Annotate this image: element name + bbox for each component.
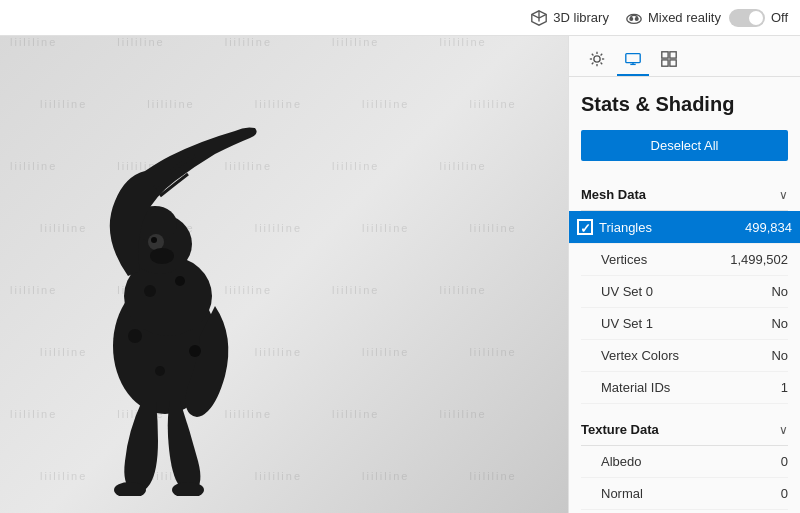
panel-tabs bbox=[569, 36, 800, 77]
material-ids-label: Material IDs bbox=[601, 380, 670, 395]
library-label: 3D library bbox=[553, 10, 609, 25]
svg-line-25 bbox=[592, 63, 594, 65]
vertex-colors-row: Vertex Colors No bbox=[581, 340, 788, 372]
svg-line-24 bbox=[601, 54, 603, 56]
svg-point-7 bbox=[144, 285, 156, 297]
uvset1-row: UV Set 1 No bbox=[581, 308, 788, 340]
svg-rect-30 bbox=[670, 52, 676, 58]
vertices-row: Vertices 1,499,502 bbox=[581, 244, 788, 276]
vertices-value: 1,499,502 bbox=[730, 252, 788, 267]
toggle-label: Off bbox=[771, 10, 788, 25]
mixed-reality-icon bbox=[625, 9, 643, 27]
texture-data-title: Texture Data bbox=[581, 422, 659, 437]
material-ids-row: Material IDs 1 bbox=[581, 372, 788, 404]
toggle-knob bbox=[749, 11, 763, 25]
toggle-switch[interactable] bbox=[729, 9, 765, 27]
texture-data-section: Texture Data ∨ Albedo 0 Normal 0 bbox=[581, 412, 788, 510]
svg-point-10 bbox=[189, 345, 201, 357]
triangles-text: Triangles bbox=[599, 220, 652, 235]
tab-grid[interactable] bbox=[653, 44, 685, 76]
mesh-data-header[interactable]: Mesh Data ∨ bbox=[581, 177, 788, 211]
triangles-value: 499,834 bbox=[745, 220, 792, 235]
tab-sun[interactable] bbox=[581, 44, 613, 76]
svg-point-11 bbox=[155, 366, 165, 376]
material-ids-value: 1 bbox=[781, 380, 788, 395]
vertex-colors-label: Vertex Colors bbox=[601, 348, 679, 363]
mesh-data-chevron: ∨ bbox=[779, 188, 788, 202]
svg-rect-31 bbox=[662, 60, 668, 66]
svg-point-2 bbox=[635, 17, 638, 20]
main-content: liililineliililineliililineliililineliil… bbox=[0, 36, 800, 513]
mixed-reality-toggle[interactable]: Off bbox=[729, 9, 788, 27]
svg-point-14 bbox=[150, 248, 174, 264]
svg-line-22 bbox=[592, 54, 594, 56]
normal-value: 0 bbox=[781, 486, 788, 501]
panel-title: Stats & Shading bbox=[581, 93, 788, 116]
character-model bbox=[60, 116, 280, 476]
right-panel: Stats & Shading Deselect All Mesh Data ∨… bbox=[568, 36, 800, 513]
deselect-all-button[interactable]: Deselect All bbox=[581, 130, 788, 161]
vertex-colors-value: No bbox=[771, 348, 788, 363]
vertices-label: Vertices bbox=[601, 252, 647, 267]
mesh-data-title: Mesh Data bbox=[581, 187, 646, 202]
svg-rect-32 bbox=[670, 60, 676, 66]
svg-rect-29 bbox=[662, 52, 668, 58]
albedo-row: Albedo 0 bbox=[581, 446, 788, 478]
mesh-data-section: Mesh Data ∨ ✓ Triangles 499,834 Vertices bbox=[581, 177, 788, 404]
svg-point-9 bbox=[128, 329, 142, 343]
triangles-label: ✓ Triangles bbox=[577, 219, 652, 235]
tab-display[interactable] bbox=[617, 44, 649, 76]
mixed-reality-label: Mixed reality bbox=[648, 10, 721, 25]
uvset0-label: UV Set 0 bbox=[601, 284, 653, 299]
albedo-value: 0 bbox=[781, 454, 788, 469]
svg-rect-26 bbox=[626, 54, 640, 63]
triangles-checkbox[interactable]: ✓ bbox=[577, 219, 593, 235]
svg-point-13 bbox=[151, 237, 157, 243]
uvset1-value: No bbox=[771, 316, 788, 331]
library-button[interactable]: 3D library bbox=[530, 9, 609, 27]
top-bar: 3D library Mixed reality Off bbox=[0, 0, 800, 36]
albedo-label: Albedo bbox=[601, 454, 641, 469]
panel-content: Stats & Shading Deselect All Mesh Data ∨… bbox=[569, 77, 800, 513]
mixed-reality-button[interactable]: Mixed reality bbox=[625, 9, 721, 27]
svg-point-1 bbox=[630, 17, 633, 20]
triangles-row[interactable]: ✓ Triangles 499,834 bbox=[569, 211, 800, 244]
svg-line-23 bbox=[601, 63, 603, 65]
uvset1-label: UV Set 1 bbox=[601, 316, 653, 331]
svg-point-17 bbox=[594, 56, 600, 62]
normal-label: Normal bbox=[601, 486, 643, 501]
cube-icon bbox=[530, 9, 548, 27]
uvset0-value: No bbox=[771, 284, 788, 299]
uvset0-row: UV Set 0 No bbox=[581, 276, 788, 308]
viewport[interactable]: liililineliililineliililineliililineliil… bbox=[0, 36, 568, 513]
texture-data-header[interactable]: Texture Data ∨ bbox=[581, 412, 788, 446]
normal-row: Normal 0 bbox=[581, 478, 788, 510]
svg-point-8 bbox=[175, 276, 185, 286]
check-icon: ✓ bbox=[580, 222, 590, 232]
texture-data-chevron: ∨ bbox=[779, 423, 788, 437]
